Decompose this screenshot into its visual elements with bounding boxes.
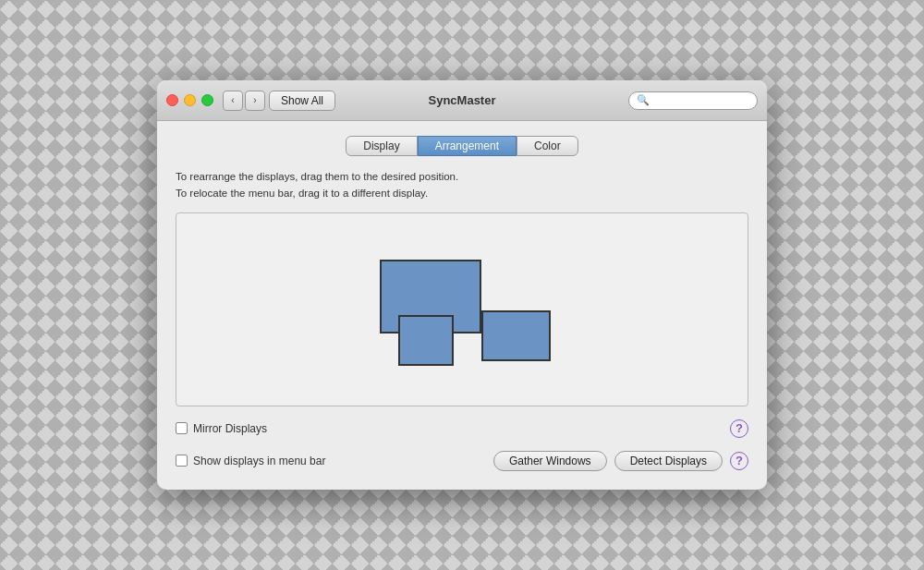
content-area: Display Arrangement Color To rearrange t… — [157, 121, 767, 490]
show-in-menu-bar-label: Show displays in menu bar — [193, 455, 325, 467]
nav-buttons: ‹ › — [223, 91, 265, 111]
bottom-left: Show displays in menu bar — [176, 455, 325, 467]
mirror-help-area: ? — [730, 419, 748, 438]
mirror-displays-row: Mirror Displays ? — [176, 419, 748, 438]
minimize-button[interactable] — [184, 94, 196, 106]
search-icon: 🔍 — [637, 94, 650, 106]
tab-arrangement[interactable]: Arrangement — [418, 136, 517, 156]
display-canvas[interactable] — [176, 212, 748, 406]
mirror-checkbox-area: Mirror Displays — [176, 422, 267, 435]
tab-color[interactable]: Color — [517, 136, 578, 156]
titlebar: ‹ › Show All SyncMaster 🔍 — [157, 80, 767, 121]
tab-bar: Display Arrangement Color — [176, 136, 748, 156]
mirror-displays-checkbox[interactable] — [176, 422, 188, 434]
bottom-help-button[interactable]: ? — [730, 452, 748, 470]
description-text: To rearrange the displays, drag them to … — [176, 169, 748, 201]
display-block-tertiary[interactable] — [481, 310, 551, 361]
close-button[interactable] — [166, 94, 178, 106]
back-button[interactable]: ‹ — [223, 91, 243, 111]
gather-windows-button[interactable]: Gather Windows — [493, 451, 607, 471]
show-all-button[interactable]: Show All — [269, 91, 335, 111]
bottom-row: Show displays in menu bar Gather Windows… — [176, 451, 748, 471]
detect-displays-button[interactable]: Detect Displays — [614, 451, 723, 471]
bottom-right: Gather Windows Detect Displays ? — [493, 451, 748, 471]
show-in-menu-bar-checkbox[interactable] — [176, 455, 188, 467]
description-line2: To relocate the menu bar, drag it to a d… — [176, 186, 748, 201]
display-block-secondary[interactable] — [398, 315, 454, 366]
window-title: SyncMaster — [429, 93, 496, 107]
tab-display[interactable]: Display — [346, 136, 417, 156]
mirror-displays-label: Mirror Displays — [193, 422, 267, 435]
mirror-help-button[interactable]: ? — [730, 419, 748, 438]
forward-button[interactable]: › — [245, 91, 265, 111]
description-line1: To rearrange the displays, drag them to … — [176, 169, 748, 185]
maximize-button[interactable] — [201, 94, 213, 106]
main-window: ‹ › Show All SyncMaster 🔍 Display Arrang… — [157, 80, 767, 490]
search-box[interactable]: 🔍 — [628, 91, 758, 110]
traffic-lights — [166, 94, 213, 106]
